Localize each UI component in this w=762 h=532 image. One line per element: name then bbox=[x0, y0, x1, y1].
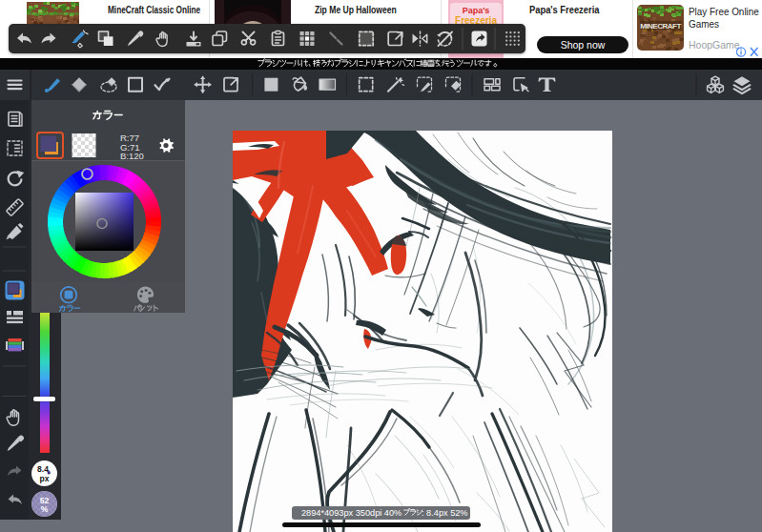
svg-text:8.4: 8.4 bbox=[37, 464, 49, 474]
svg-text:MINECRAFT: MINECRAFT bbox=[640, 22, 681, 31]
svg-text:B:120: B:120 bbox=[120, 151, 144, 161]
svg-text:Papa's: Papa's bbox=[463, 6, 490, 15]
svg-text:: 8.4px 52%: : 8.4px 52% bbox=[422, 508, 468, 518]
svg-text:%: % bbox=[41, 504, 49, 514]
svg-text:px: px bbox=[40, 473, 50, 482]
svg-text:2894*4093px 350dpi 40%: 2894*4093px 350dpi 40% bbox=[301, 508, 402, 518]
